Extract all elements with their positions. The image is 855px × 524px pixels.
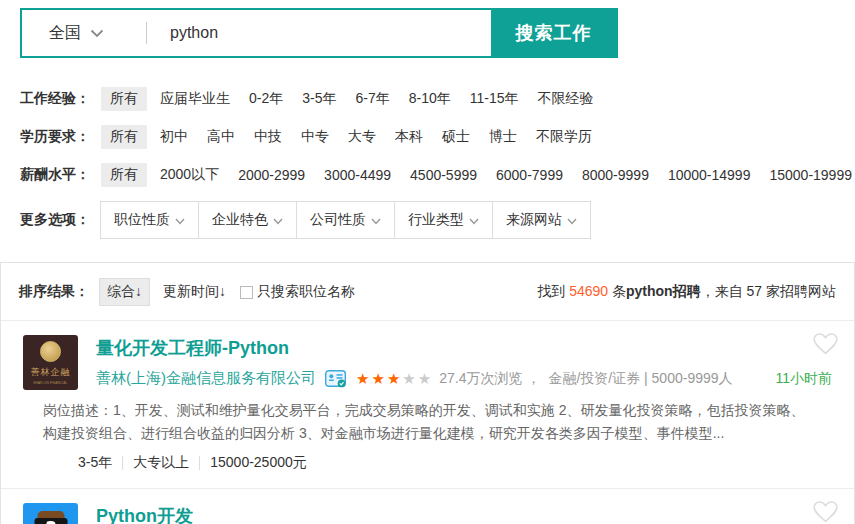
chevron-down-icon [469,212,479,228]
filter-option[interactable]: 3000-4499 [324,167,391,183]
chevron-down-icon [175,212,185,228]
chevron-down-icon [273,212,283,228]
company-row: 善林(上海)金融信息服务有限公司 ★★★★★ 27.4 [96,369,834,388]
filter-option[interactable]: 中技 [254,128,282,146]
meta-experience: 3-5年 [78,454,112,472]
filter-option[interactable]: 11-15年 [470,90,519,108]
view-count: 27.4万次浏览 ， [439,370,540,388]
result-keyword: python招聘 [626,283,701,299]
favorite-heart-icon[interactable] [812,500,839,524]
filter-option[interactable]: 6-7年 [355,90,389,108]
sort-comprehensive-button[interactable]: 综合↓ [99,278,150,306]
filter-label: 工作经验： [20,90,90,108]
found-prefix: 找到 [537,283,569,299]
more-options-label: 更多选项： [20,211,90,229]
job-info: Python开发 深圳市藤讯科技有限公司 [96,503,834,524]
meta-salary: 15000-25000元 [210,454,307,472]
dropdown-company-feature[interactable]: 企业特色 [198,201,297,239]
favorite-heart-icon[interactable] [812,332,839,356]
result-suffix: ，来自 57 家招聘网站 [701,283,836,299]
logo-text: 善林企融 [31,366,71,379]
sort-bar: 排序结果： 综合↓ 更新时间↓ 只搜索职位名称 找到 54690 条python… [1,263,854,321]
region-value: 全国 [49,23,81,44]
posted-time: 11小时前 [775,370,834,388]
sort-label: 排序结果： [19,283,89,301]
filter-row-education: 学历要求： 所有 初中 高中 中技 中专 大专 本科 硕士 博士 不限学历 [20,125,855,149]
title-only-checkbox[interactable] [240,286,253,299]
filter-option[interactable]: 所有 [101,163,147,187]
filter-option[interactable]: 不限学历 [536,128,592,146]
stars-empty: ★★ [402,370,433,387]
filter-row-salary: 薪酬水平： 所有 2000以下 2000-2999 3000-4499 4500… [20,163,855,187]
filter-option[interactable]: 不限经验 [538,90,594,108]
job-search-bar: 全国 搜索工作 [20,8,618,58]
logo-subtext: SHAN LIN FINANCIAL [33,380,67,384]
company-logo[interactable]: 善林企融 SHAN LIN FINANCIAL [23,335,78,390]
result-count: 54690 [569,283,608,299]
dropdown-label: 企业特色 [212,211,268,229]
job-card: Python开发 深圳市藤讯科技有限公司 [1,488,854,524]
filter-option[interactable]: 4500-5999 [410,167,477,183]
filter-option[interactable]: 中专 [301,128,329,146]
more-options-row: 更多选项： 职位性质 企业特色 公司性质 行业类型 来源网站 [20,201,855,239]
chevron-down-icon [90,24,104,42]
job-title-link[interactable]: Python开发 [96,504,193,524]
filter-option[interactable]: 应届毕业生 [160,90,230,108]
results-panel: 排序结果： 综合↓ 更新时间↓ 只搜索职位名称 找到 54690 条python… [0,262,855,524]
filter-option[interactable]: 10000-14999 [668,167,751,183]
filter-label: 薪酬水平： [20,166,90,184]
company-logo[interactable] [23,503,78,524]
dropdown-label: 职位性质 [114,211,170,229]
filter-option[interactable]: 所有 [101,87,147,111]
meta-separator [122,456,123,470]
dropdown-source-site[interactable]: 来源网站 [492,201,591,239]
result-stat: 找到 54690 条python招聘，来自 57 家招聘网站 [537,283,836,301]
dropdown-label: 来源网站 [506,211,562,229]
filter-option[interactable]: 硕士 [442,128,470,146]
filter-option[interactable]: 15000-19999 [769,167,852,183]
filter-option[interactable]: 0-2年 [249,90,283,108]
region-select[interactable]: 全国 [22,10,146,56]
chevron-down-icon [567,212,577,228]
company-name-link[interactable]: 善林(上海)金融信息服务有限公司 [96,369,316,388]
sort-by-time-button[interactable]: 更新时间↓ [163,283,226,301]
stars-filled: ★★★ [356,370,402,387]
result-unit: 条 [608,283,626,299]
filter-option[interactable]: 6000-7999 [496,167,563,183]
filter-option[interactable]: 2000以下 [160,166,219,184]
job-meta-row: 3-5年 大专以上 15000-25000元 [78,454,834,472]
filter-option[interactable]: 本科 [395,128,423,146]
filter-option[interactable]: 2000-2999 [238,167,305,183]
meta-education: 大专以上 [133,454,189,472]
filter-option[interactable]: 所有 [101,125,147,149]
job-info: 量化开发工程师-Python 善林(上海)金融信息服务有限公司 [96,335,834,390]
job-description: 岗位描述：1、开发、测试和维护量化交易平台，完成交易策略的开发、调试和实施 2、… [43,399,816,444]
dropdown-label: 行业类型 [408,211,464,229]
filter-label: 学历要求： [20,128,90,146]
filter-option[interactable]: 8000-9999 [582,167,649,183]
dropdown-company-type[interactable]: 公司性质 [296,201,395,239]
job-card: 善林企融 SHAN LIN FINANCIAL 量化开发工程师-Python 善… [1,321,854,488]
title-only-checkbox-label[interactable]: 只搜索职位名称 [257,283,355,301]
rating-stars: ★★★★★ [356,370,433,388]
search-job-button[interactable]: 搜索工作 [491,10,616,56]
search-input[interactable] [147,10,491,56]
filter-option[interactable]: 博士 [489,128,517,146]
job-title-link[interactable]: 量化开发工程师-Python [96,336,289,360]
verified-resume-icon [325,370,347,388]
filter-row-experience: 工作经验： 所有 应届毕业生 0-2年 3-5年 6-7年 8-10年 11-1… [20,87,855,111]
industry-and-size: 金融/投资/证券 | 5000-9999人 [548,370,732,388]
vr-goggles-icon [34,518,67,524]
chevron-down-icon [371,212,381,228]
meta-separator [199,456,200,470]
filter-option[interactable]: 3-5年 [302,90,336,108]
filter-option[interactable]: 大专 [348,128,376,146]
dropdown-label: 公司性质 [310,211,366,229]
dropdown-job-nature[interactable]: 职位性质 [100,201,199,239]
filter-option[interactable]: 初中 [160,128,188,146]
dropdown-industry[interactable]: 行业类型 [394,201,493,239]
gold-coin-icon [40,341,61,362]
filter-option[interactable]: 8-10年 [409,90,451,108]
filter-option[interactable]: 高中 [207,128,235,146]
